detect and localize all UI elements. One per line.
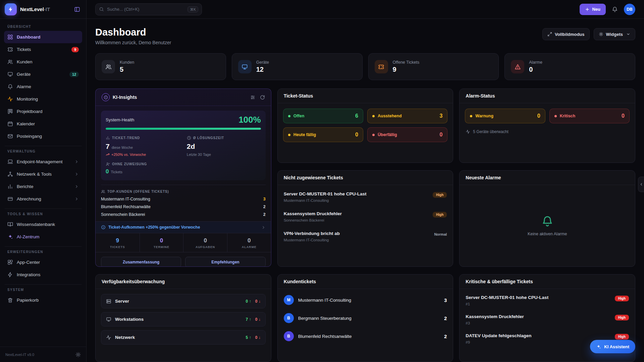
ki-stat-aufgaben[interactable]: 0 AUFGABEN — [183, 233, 227, 252]
customer-row[interactable]: B Blumenfeld Rechtsanwälte 2 — [278, 327, 453, 345]
card-title: Verfügbarkeitsüberwachung — [102, 279, 165, 284]
fullscreen-button[interactable]: Vollbildmodus — [542, 28, 590, 40]
sidebar-item-kunden[interactable]: Kunden — [4, 56, 82, 68]
sidebar-item-tickets[interactable]: Tickets 9 — [4, 43, 82, 56]
stat-value: 0 — [227, 237, 271, 244]
top-customer-row[interactable]: Blumenfeld Rechtsanwälte 2 — [101, 204, 266, 209]
up-arrow-icon: ↑ — [249, 317, 251, 322]
refresh-icon[interactable] — [260, 95, 265, 100]
new-button[interactable]: Neu — [580, 4, 606, 15]
zap-icon — [7, 272, 13, 278]
top-customer-row[interactable]: Mustermann IT-Consulting 3 — [101, 197, 266, 201]
notifications-button[interactable] — [612, 6, 618, 12]
page-header-text: Dashboard Willkommen zurück, Demo Benutz… — [95, 27, 171, 45]
ki-assistant-button[interactable]: KI Assistent — [590, 340, 635, 353]
search-input[interactable] — [107, 7, 184, 12]
sidebar-collapse-button[interactable] — [73, 5, 82, 14]
sliders-icon[interactable] — [250, 95, 255, 100]
priority-badge: High — [615, 296, 629, 301]
top-customer-row[interactable]: Sonnenschein Bäckerei 2 — [101, 212, 266, 217]
sidebar-item-endpoint-management[interactable]: Endpoint-Management — [4, 156, 82, 168]
page-title: Dashboard — [95, 27, 171, 38]
sidebar-item-projektboard[interactable]: Projektboard — [4, 105, 82, 118]
tile-value: 0 — [537, 113, 540, 119]
kanban-icon — [7, 109, 13, 114]
theme-toggle-sun-icon[interactable] — [75, 352, 81, 357]
monitored-devices-note: 5 Geräte überwacht — [460, 129, 635, 138]
alarm-tile-kritisch[interactable]: Kritisch 0 — [549, 109, 630, 123]
ki-stat-alarme[interactable]: 0 ALARME — [227, 233, 271, 252]
section-divider — [5, 208, 82, 209]
stat-card-kunden[interactable]: Kunden 5 — [95, 53, 226, 80]
sidebar-item-berichte[interactable]: Berichte — [4, 180, 82, 193]
sidebar-item-wissensdatenbank[interactable]: Wissensdatenbank — [4, 218, 82, 231]
ticket-icon — [375, 60, 388, 73]
section-divider — [5, 146, 82, 146]
sidebar-item-abrechnung[interactable]: Abrechnung — [4, 193, 82, 205]
main-area: ⌘K Neu DB Dashboard Willkommen zurück, D… — [87, 0, 644, 362]
row-label: Server — [115, 299, 129, 304]
ticket-row[interactable]: VPN-Verbindung bricht ab Mustermann IT-C… — [278, 227, 453, 246]
sidebar-item-papierkorb[interactable]: Papierkorb — [4, 294, 82, 306]
ticket-row[interactable]: Server DC-MUSTER-01 hohe CPU-Last Muster… — [278, 187, 453, 207]
unassigned-value: 0 — [106, 168, 109, 175]
stat-card-offene-tickets[interactable]: Offene Tickets 9 — [368, 53, 499, 80]
users-icon — [102, 60, 115, 73]
availability-row-workstations[interactable]: Workstations 7 ↑ 0 ↓ — [101, 312, 266, 326]
sidebar-item-monitoring[interactable]: Monitoring — [4, 93, 82, 105]
trend-up-icon — [106, 153, 110, 157]
metric-label: OHNE ZUWEISUNG — [112, 162, 147, 166]
customer-row[interactable]: B Bergmann Steuerberatung 2 — [278, 309, 453, 327]
sidebar-item-dashboard[interactable]: Dashboard — [4, 31, 82, 43]
stat-value: 12 — [256, 66, 269, 73]
sidebar-item-netzwerk-tools[interactable]: Netzwerk & Tools — [4, 168, 82, 180]
nav-label: Endpoint-Management — [17, 159, 63, 164]
ki-insights-header: KI-Insights — [96, 89, 271, 106]
widgets-button[interactable]: Widgets — [594, 28, 635, 40]
card-title: Neueste Alarme — [466, 175, 501, 180]
right-panel-toggle[interactable] — [638, 177, 644, 192]
nav-label: Posteingang — [17, 134, 42, 139]
down-arrow-icon: ↓ — [259, 335, 261, 340]
global-search[interactable]: ⌘K — [95, 3, 202, 15]
sidebar-item-app-center[interactable]: App-Center — [4, 256, 82, 268]
ticket-row[interactable]: Server DC-MUSTER-01 hohe CPU-Last #1 Hig… — [460, 291, 635, 310]
ticket-icon — [7, 47, 13, 52]
nav-label: Kalender — [17, 121, 35, 126]
sidebar-item-alarme[interactable]: Alarme — [4, 80, 82, 93]
sidebar-item-integrations[interactable]: Integrations — [4, 268, 82, 281]
sidebar-item-ai-zentrum[interactable]: AI-Zentrum — [4, 231, 82, 243]
bell-icon — [7, 84, 13, 89]
user-avatar[interactable]: DB — [624, 4, 635, 15]
summary-button[interactable]: Zusammenfassung — [101, 257, 181, 267]
sidebar-item-geraete[interactable]: Geräte 12 — [4, 68, 82, 80]
customer-row[interactable]: M Mustermann IT-Consulting 3 — [278, 291, 453, 309]
sidebar-item-kalender[interactable]: Kalender — [4, 118, 82, 130]
stat-label: TERMINE — [140, 245, 183, 249]
ticket-customer: Mustermann IT-Consulting — [284, 238, 430, 242]
gear-icon — [599, 32, 603, 37]
status-tile-ueberfaellig[interactable]: Überfällig 0 — [367, 127, 447, 142]
avatar: B — [284, 331, 294, 341]
status-tile-heute-faellig[interactable]: Heute fällig 0 — [283, 127, 363, 142]
tile-label: Warnung — [475, 114, 493, 118]
stat-card-geraete[interactable]: Geräte 12 — [232, 53, 363, 80]
alarm-tile-warnung[interactable]: Warnung 0 — [465, 109, 545, 123]
calendar-icon — [7, 121, 13, 127]
avatar: M — [284, 295, 294, 305]
ki-stat-termine[interactable]: 0 TERMINE — [140, 233, 183, 252]
status-tile-offen[interactable]: Offen 6 — [283, 109, 363, 123]
ticket-volume-insight-banner[interactable]: Ticket-Aufkommen +250% gegenüber Vorwoch… — [96, 221, 271, 233]
status-tile-ausstehend[interactable]: Ausstehend 3 — [367, 109, 447, 123]
availability-row-server[interactable]: Server 0 ↑ 0 ↓ — [101, 294, 266, 308]
ticket-row[interactable]: Kassensystem Druckfehler #3 High — [460, 310, 635, 329]
sidebar-item-posteingang[interactable]: Posteingang — [4, 130, 82, 142]
ticket-row[interactable]: Kassensystem Druckfehler Sonnenschein Bä… — [278, 207, 453, 227]
pulse-icon — [466, 129, 470, 134]
stat-card-alarme[interactable]: Alarme 0 — [504, 53, 635, 80]
unassigned-unit: Tickets — [111, 170, 122, 174]
recommendations-button[interactable]: Empfehlungen — [185, 257, 265, 267]
ki-stat-tickets[interactable]: 9 TICKETS — [96, 233, 140, 252]
ticket-title: Kassensystem Druckfehler — [284, 211, 429, 216]
availability-row-netzwerk[interactable]: Netzwerk 5 ↑ 0 ↓ — [101, 330, 266, 345]
